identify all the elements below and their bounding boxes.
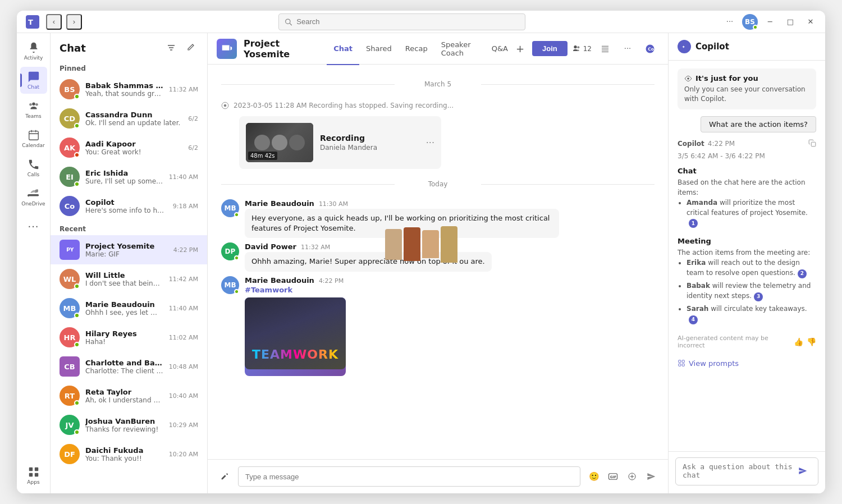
msg-body-marie-2: Marie Beaudouin 4:22 PM #Teamwork	[245, 276, 655, 376]
main-content: Project Yosemite Chat Shared Recap Speak…	[208, 33, 668, 493]
copilot-send-icon	[798, 466, 807, 475]
gif-person-4	[441, 226, 457, 263]
teamwork-gif: TEAMWORK	[245, 297, 346, 376]
gif-person-3	[422, 230, 439, 258]
gif-person-1	[385, 229, 402, 260]
copilot-question-input[interactable]	[675, 457, 818, 485]
copilot-input-area	[669, 451, 825, 493]
gif-people	[208, 65, 668, 459]
copilot-send-button[interactable]	[798, 466, 807, 478]
gif-person-2	[404, 227, 420, 261]
copilot-input-wrapper	[675, 457, 818, 488]
chat-area: March 5 2023-03-05 11:28 AM Recording ha…	[208, 65, 668, 459]
teams-window: T ‹ › ··· BS − □ ✕	[17, 11, 825, 493]
message-marie-2: MB Marie Beaudouin 4:22 PM #Teamwork	[221, 276, 655, 376]
app-body: Activity Chat	[17, 33, 825, 493]
